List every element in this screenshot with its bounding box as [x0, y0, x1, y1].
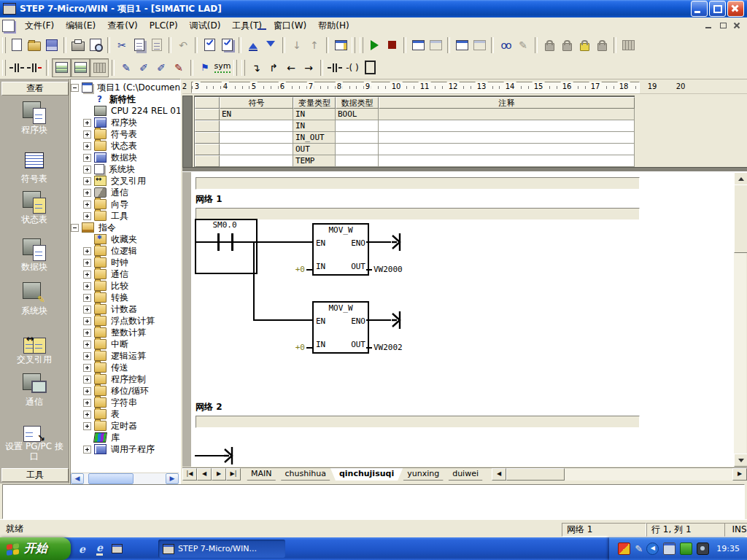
camera-utility-icon[interactable]	[697, 542, 709, 555]
tab-first-button[interactable]: |◀	[182, 468, 197, 481]
viewbar-item-program-block[interactable]: 程序块	[0, 101, 69, 136]
cell-comment[interactable]	[379, 109, 635, 120]
delete-network-button[interactable]	[26, 59, 43, 77]
language-collapse-icon[interactable]: ◀	[646, 542, 659, 555]
options-button[interactable]	[332, 36, 349, 54]
expand-icon[interactable]	[83, 399, 91, 407]
line-up-button[interactable]: ↱	[265, 59, 282, 77]
table-view-toggle[interactable]	[90, 58, 109, 77]
menu-help[interactable]: 帮助(H)	[312, 18, 355, 34]
out-operand[interactable]: VW2000	[374, 265, 403, 274]
grid-button[interactable]	[619, 36, 637, 54]
tree-item-data-block[interactable]: 数据块	[71, 152, 180, 163]
tree-item-floating-point-math[interactable]: 浮点数计算	[71, 315, 180, 327]
line-down-button[interactable]: ↴	[247, 59, 265, 77]
compile-all-button[interactable]	[218, 36, 236, 54]
sort-ascending-button[interactable]: ↓	[288, 36, 306, 54]
collapse-icon[interactable]	[71, 84, 79, 92]
scroll-right-icon[interactable]: ▶	[166, 473, 179, 484]
tab-yunxing[interactable]: yunxing	[398, 468, 448, 481]
cell-comment[interactable]	[379, 144, 635, 155]
write-all-button[interactable]: ✎	[514, 36, 532, 54]
insert-network-button[interactable]	[8, 59, 26, 77]
tree-item-favorites[interactable]: 收藏夹	[71, 233, 180, 245]
in-parameter[interactable]: +0	[287, 343, 305, 352]
close-button[interactable]	[727, 1, 744, 17]
pou-view-toggle[interactable]	[52, 58, 71, 77]
unforce-button[interactable]	[558, 36, 576, 54]
tree-item-system-block[interactable]: 系统块	[71, 163, 180, 175]
expand-icon[interactable]	[83, 271, 91, 279]
mdi-restore-button[interactable]	[717, 20, 729, 31]
menu-file[interactable]: 文件(F)	[19, 18, 60, 34]
print-button[interactable]	[69, 36, 87, 54]
internet-explorer-icon[interactable]: e	[76, 542, 88, 555]
expand-icon[interactable]	[83, 177, 91, 185]
network2-comment-box[interactable]	[196, 416, 640, 428]
tree-item-instructions[interactable]: 指令	[71, 222, 180, 233]
tree-item-symbol-table[interactable]: 符号表	[71, 128, 180, 140]
expand-icon[interactable]	[83, 247, 91, 255]
show-desktop-icon[interactable]	[111, 542, 123, 555]
menu-debug[interactable]: 调试(D)	[184, 18, 227, 34]
open-button[interactable]	[26, 36, 43, 54]
tree-item-libraries[interactable]: 库	[71, 432, 180, 443]
bookmark-button[interactable]: ⚑	[196, 59, 214, 77]
outlook-express-icon[interactable]: e	[93, 542, 106, 555]
row-header[interactable]	[195, 109, 220, 120]
tree-item-shift-rotate[interactable]: 移位/循环	[71, 385, 180, 397]
mov-w-box-1[interactable]: MOV_W EN ENO IN OUT	[312, 223, 369, 276]
expand-icon[interactable]	[83, 411, 91, 419]
expand-icon[interactable]	[83, 142, 91, 150]
scrollbar-thumb[interactable]	[506, 468, 565, 481]
viewbar-item-status-chart[interactable]: 状态表	[0, 190, 69, 226]
save-button[interactable]	[43, 36, 61, 54]
tree-item-wizards[interactable]: 向导	[71, 198, 180, 210]
cell-comment[interactable]	[379, 155, 635, 167]
tree-item-program-block[interactable]: 程序块	[71, 117, 180, 128]
expand-icon[interactable]	[83, 189, 91, 197]
scroll-down-icon[interactable]	[734, 454, 747, 467]
viewbar-item-communications[interactable]: 通信	[0, 373, 69, 408]
expand-icon[interactable]	[83, 259, 91, 267]
ladder-editor[interactable]: 网络 1 SM0.0 MOV_W EN ENO IN OUT +0 VW2000…	[191, 172, 734, 467]
pen-button-2[interactable]: ✐	[135, 59, 152, 77]
mdi-minimize-button[interactable]	[703, 20, 715, 31]
toolbar-grip[interactable]	[2, 37, 6, 53]
in-parameter[interactable]: +0	[287, 265, 305, 274]
cell-comment[interactable]	[379, 120, 635, 132]
pane-splitter[interactable]	[182, 167, 747, 172]
cell-datatype[interactable]: BOOL	[336, 109, 379, 120]
tree-item-move[interactable]: 传送	[71, 362, 180, 373]
tab-last-button[interactable]: ▶|	[226, 468, 241, 481]
cell-datatype[interactable]	[336, 120, 379, 132]
pause-program-status-button[interactable]	[427, 36, 444, 54]
force-button[interactable]	[541, 36, 558, 54]
cell-vartype[interactable]: OUT	[293, 144, 336, 155]
expand-icon[interactable]	[83, 294, 91, 302]
tab-chushihua[interactable]: chushihua	[276, 468, 335, 481]
expand-icon[interactable]	[83, 201, 91, 209]
viewbar-item-symbol-table[interactable]: 符号表	[0, 149, 69, 185]
minimize-button[interactable]	[691, 1, 708, 17]
expand-icon[interactable]	[83, 364, 91, 372]
line-right-button[interactable]: →	[300, 59, 317, 77]
tab-qinchujisuqi[interactable]: qinchujisuqi	[330, 468, 403, 481]
stop-button[interactable]	[383, 36, 400, 54]
expand-icon[interactable]	[83, 341, 91, 349]
expand-icon[interactable]	[83, 166, 91, 174]
expand-icon[interactable]	[83, 446, 91, 454]
expand-icon[interactable]	[83, 422, 91, 430]
scroll-right-icon[interactable]: ▶	[732, 468, 747, 481]
cell-symbol[interactable]	[220, 120, 293, 132]
expand-icon[interactable]	[83, 376, 91, 384]
viewbar-footer-tools[interactable]: 工具	[1, 468, 69, 482]
safely-remove-icon[interactable]	[680, 542, 692, 555]
tree-item-integer-math[interactable]: 整数计算	[71, 327, 180, 338]
mdi-close-button[interactable]	[731, 20, 743, 31]
tree-item-timers[interactable]: 定时器	[71, 420, 180, 432]
collapse-icon[interactable]	[71, 224, 79, 232]
cell-datatype[interactable]	[336, 144, 379, 155]
print-preview-button[interactable]	[87, 36, 104, 54]
copy-button[interactable]	[131, 36, 148, 54]
